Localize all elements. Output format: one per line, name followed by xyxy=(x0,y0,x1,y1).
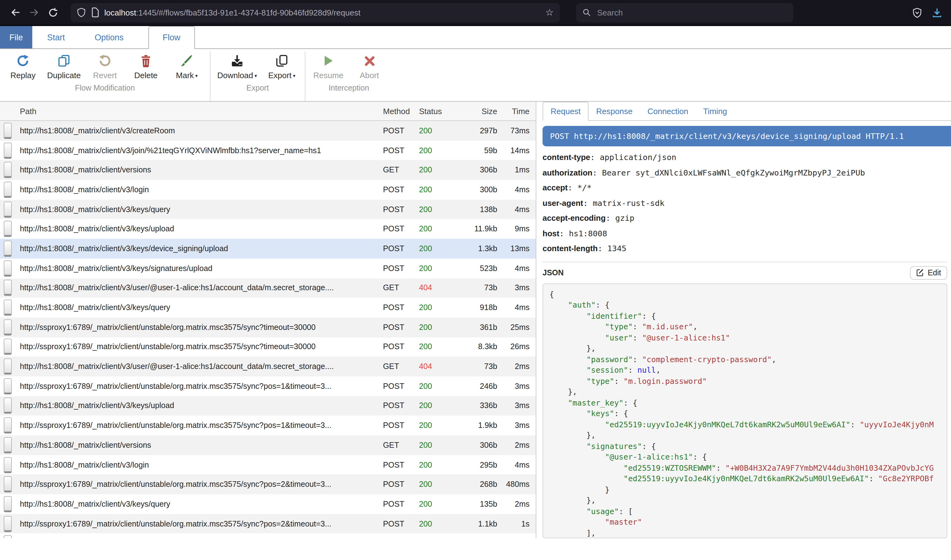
duplicate-button[interactable]: Duplicate xyxy=(43,51,85,81)
revert-icon xyxy=(98,53,112,69)
flow-rows: http://hs1:8008/_matrix/client/v3/create… xyxy=(0,121,536,538)
flow-row[interactable]: http://hs1:8008/_matrix/client/v3/keys/q… xyxy=(0,534,536,538)
col-method-header[interactable]: Method xyxy=(383,106,419,115)
json-line: "ed25519:uyyvIoJe4Kjy0nMKQeL7dt6kamRK2w5… xyxy=(550,473,940,484)
tab-timing[interactable]: Timing xyxy=(696,102,735,120)
flow-row[interactable]: http://hs1:8008/_matrix/client/v3/join/%… xyxy=(0,140,536,160)
method-cell: POST xyxy=(383,264,419,272)
time-cell: 26ms xyxy=(497,343,536,351)
json-line: }, xyxy=(550,495,940,506)
marker-cell xyxy=(0,358,20,375)
headers-divider xyxy=(543,262,947,262)
menu-start-item[interactable]: Start xyxy=(32,26,80,48)
marker-cell xyxy=(0,123,20,139)
protection-shield-icon[interactable] xyxy=(912,7,922,18)
download-button[interactable]: Download ▾ xyxy=(213,51,261,81)
json-token: "password" xyxy=(586,354,633,364)
search-input[interactable] xyxy=(596,7,760,18)
json-token: "keys" xyxy=(586,409,614,418)
path-cell: http://hs1:8008/_matrix/client/v3/keys/s… xyxy=(20,264,383,272)
flow-row[interactable]: http://ssproxy1:6789/_matrix/client/unst… xyxy=(0,514,536,534)
edit-button[interactable]: Edit xyxy=(910,266,947,279)
replay-button[interactable]: Replay xyxy=(3,51,43,81)
mark-button[interactable]: Mark ▾ xyxy=(166,51,207,81)
flow-row[interactable]: http://ssproxy1:6789/_matrix/client/unst… xyxy=(0,377,536,396)
menu-options-item[interactable]: Options xyxy=(80,26,139,48)
edit-pencil-icon xyxy=(917,269,925,277)
col-status-header[interactable]: Status xyxy=(419,106,451,115)
flow-row[interactable]: http://hs1:8008/_matrix/client/versionsG… xyxy=(0,435,536,455)
export-button[interactable]: Export ▾ xyxy=(261,51,302,81)
json-line: "user": "@user-1-alice:hs1" xyxy=(550,332,940,343)
tab-connection[interactable]: Connection xyxy=(640,102,696,120)
search-bar[interactable] xyxy=(576,3,794,22)
json-line: } xyxy=(550,484,940,495)
flow-row[interactable]: http://hs1:8008/_matrix/client/v3/loginP… xyxy=(0,455,536,474)
status-cell: 200 xyxy=(419,126,451,135)
status-cell: 200 xyxy=(419,245,451,253)
header-separator: : xyxy=(590,152,600,162)
col-path-header[interactable]: Path xyxy=(20,106,383,115)
col-time-header[interactable]: Time xyxy=(497,106,536,115)
size-cell: 73b xyxy=(451,362,497,371)
marker-box xyxy=(4,535,12,538)
header-value: Bearer syt_dXNlci0xLWFsaWNl_eQfgkZywoiMg… xyxy=(602,168,865,177)
json-token xyxy=(550,517,605,526)
marker-box xyxy=(4,162,12,178)
revert-button[interactable]: Revert xyxy=(85,51,125,81)
json-token xyxy=(550,441,586,451)
json-token: : xyxy=(869,474,878,483)
size-cell: 918b xyxy=(451,303,497,312)
marker-cell xyxy=(0,260,20,276)
flow-row[interactable]: http://hs1:8008/_matrix/client/v3/keys/d… xyxy=(0,239,536,258)
replay-icon xyxy=(16,53,30,69)
flow-row[interactable]: http://hs1:8008/_matrix/client/versionsG… xyxy=(0,160,536,180)
path-cell: http://ssproxy1:6789/_matrix/client/unst… xyxy=(20,323,383,331)
status-cell: 200 xyxy=(419,146,451,155)
delete-label: Delete xyxy=(134,71,157,80)
body-format-label: JSON xyxy=(543,268,563,277)
flow-row[interactable]: http://hs1:8008/_matrix/client/v3/user/@… xyxy=(0,357,536,377)
bookmark-star-icon[interactable]: ☆ xyxy=(545,7,554,18)
flow-row[interactable]: http://hs1:8008/_matrix/client/v3/keys/s… xyxy=(0,258,536,278)
duplicate-label: Duplicate xyxy=(47,71,81,80)
json-token: "user" xyxy=(605,333,633,342)
forward-button[interactable] xyxy=(25,3,43,22)
flow-row[interactable]: http://hs1:8008/_matrix/client/v3/keys/u… xyxy=(0,219,536,239)
back-button[interactable] xyxy=(6,3,25,22)
size-cell: 1.1kb xyxy=(451,519,497,528)
path-cell: http://hs1:8008/_matrix/client/versions xyxy=(20,441,383,449)
flow-row[interactable]: http://hs1:8008/_matrix/client/v3/loginP… xyxy=(0,180,536,199)
size-cell: 306b xyxy=(451,166,497,174)
reload-button[interactable] xyxy=(43,3,62,22)
flow-row[interactable]: http://ssproxy1:6789/_matrix/client/unst… xyxy=(0,475,536,494)
flow-row[interactable]: http://hs1:8008/_matrix/client/v3/keys/q… xyxy=(0,494,536,514)
abort-button[interactable]: Abort xyxy=(349,51,390,81)
status-cell: 200 xyxy=(419,480,451,489)
flow-row[interactable]: http://hs1:8008/_matrix/client/v3/keys/q… xyxy=(0,298,536,317)
flow-row[interactable]: http://hs1:8008/_matrix/client/v3/keys/u… xyxy=(0,396,536,415)
request-line[interactable]: POST http://hs1:8008/_matrix/client/v3/k… xyxy=(543,126,951,146)
time-cell: 4ms xyxy=(497,205,536,214)
flow-row[interactable]: http://hs1:8008/_matrix/client/v3/user/@… xyxy=(0,278,536,298)
flow-row[interactable]: http://ssproxy1:6789/_matrix/client/unst… xyxy=(0,317,536,337)
flow-row[interactable]: http://ssproxy1:6789/_matrix/client/unst… xyxy=(0,337,536,357)
flow-row[interactable]: http://hs1:8008/_matrix/client/v3/create… xyxy=(0,121,536,140)
json-line: "password": "complement-crypto-password"… xyxy=(550,354,940,365)
col-size-header[interactable]: Size xyxy=(451,106,497,115)
tab-response[interactable]: Response xyxy=(589,102,640,120)
edit-button-label: Edit xyxy=(928,268,941,277)
method-cell: POST xyxy=(383,460,419,469)
url-bar[interactable]: localhost:1445/#/flows/fba5f13d-91e1-437… xyxy=(71,3,560,22)
path-cell: http://hs1:8008/_matrix/client/v3/login xyxy=(20,460,383,469)
json-token: "uyyvIoJe4Kjy0nM xyxy=(860,420,934,429)
menu-file-button[interactable]: File xyxy=(0,26,32,48)
delete-button[interactable]: Delete xyxy=(125,51,166,81)
marker-box xyxy=(4,437,12,453)
flow-row[interactable]: http://hs1:8008/_matrix/client/v3/keys/q… xyxy=(0,200,536,219)
tab-request[interactable]: Request xyxy=(543,102,589,121)
tab-flow[interactable]: Flow xyxy=(148,26,195,49)
flow-row[interactable]: http://ssproxy1:6789/_matrix/client/unst… xyxy=(0,416,536,435)
downloads-icon[interactable] xyxy=(932,7,942,18)
resume-button[interactable]: Resume xyxy=(308,51,349,81)
